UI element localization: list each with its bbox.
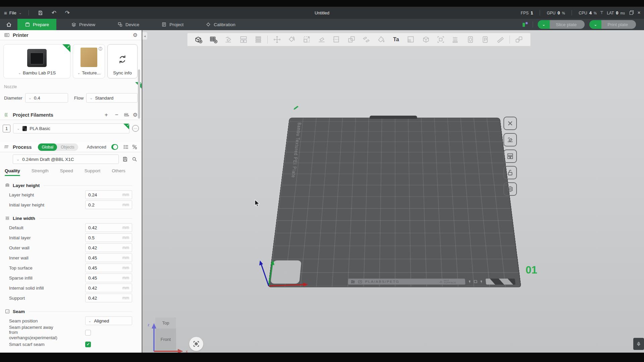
- initial-layer-line-width-input[interactable]: 0.5mm: [85, 233, 132, 242]
- build-plate-card[interactable]: ⌄Texture...: [73, 44, 105, 78]
- viewport-3d[interactable]: ◂ Ta: [142, 30, 644, 353]
- tab-prepare[interactable]: Prepare: [17, 19, 56, 30]
- tab-speed[interactable]: Speed: [60, 168, 73, 175]
- rotate-icon[interactable]: [286, 35, 298, 45]
- filament-more-button[interactable]: ⋯: [132, 125, 139, 132]
- slice-dropdown[interactable]: ⌄: [538, 20, 550, 29]
- lay-on-face-icon[interactable]: [316, 35, 327, 45]
- top-surface-line-width-input[interactable]: 0.45mm: [85, 263, 132, 272]
- redo-button[interactable]: ↷: [62, 8, 72, 17]
- arrange-plate-icon[interactable]: [503, 149, 517, 163]
- tab-project[interactable]: Project: [154, 19, 191, 30]
- tab-quality[interactable]: Quality: [5, 168, 20, 175]
- save-preset-button[interactable]: [122, 156, 128, 162]
- ams-icon[interactable]: [123, 112, 130, 118]
- chevron-down-icon: ⌄: [29, 96, 32, 100]
- sidebar-collapse-handle[interactable]: ◂: [142, 32, 147, 40]
- move-icon[interactable]: [271, 35, 283, 45]
- info-icon[interactable]: [98, 46, 103, 52]
- measure-icon[interactable]: [495, 35, 506, 45]
- merge-icon[interactable]: [346, 35, 357, 45]
- mesh-boolean-icon[interactable]: [420, 35, 432, 45]
- undo-button[interactable]: ↶: [49, 8, 59, 17]
- internal-solid-infill-line-width-input[interactable]: 0.42mm: [85, 284, 132, 292]
- support-line-width-input[interactable]: 0.42mm: [85, 294, 132, 302]
- layer-height-input[interactable]: 0.24mm: [85, 190, 132, 199]
- plate-edit-pencil-icon[interactable]: [293, 105, 300, 112]
- sparse-infill-line-width-input[interactable]: 0.45mm: [85, 274, 132, 282]
- nozzle-flow-select[interactable]: ⌄ Standard: [86, 93, 138, 103]
- color-paint-icon[interactable]: [375, 35, 387, 45]
- save-icon: [38, 10, 43, 16]
- plate-settings-icon[interactable]: [503, 182, 517, 196]
- compare-presets-icon[interactable]: [132, 144, 138, 150]
- reset-view-button[interactable]: [189, 337, 203, 351]
- add-plate-icon[interactable]: [208, 35, 219, 45]
- split-layers-icon[interactable]: [253, 35, 264, 45]
- cut-icon[interactable]: [331, 35, 342, 45]
- negative-part-icon[interactable]: [435, 35, 446, 45]
- param-list-icon[interactable]: [123, 144, 129, 150]
- plate-p-icon[interactable]: [480, 35, 491, 45]
- microphone-button[interactable]: [633, 338, 644, 350]
- lock-plate-icon[interactable]: [503, 166, 517, 179]
- initial-layer-height-input[interactable]: 0.2mm: [85, 200, 132, 209]
- printer-settings-gear-icon[interactable]: ⚙: [133, 33, 138, 38]
- tab-calibration[interactable]: Calibration: [198, 19, 243, 30]
- text-tool-icon[interactable]: Ta: [390, 35, 402, 45]
- process-preset-value: 0.24mm Draft @BBL X1C: [22, 157, 74, 162]
- delete-plate-icon[interactable]: [503, 117, 517, 130]
- tab-others[interactable]: Others: [112, 168, 125, 175]
- printer-card[interactable]: ⌄Bambu Lab P1S: [3, 44, 70, 78]
- setting-row: Smart scarf seam: [5, 339, 132, 349]
- scale-icon[interactable]: [301, 35, 313, 45]
- variable-layer-height-icon[interactable]: [405, 35, 417, 45]
- filament-settings-gear-icon[interactable]: ⚙: [133, 112, 138, 118]
- auto-orient-icon[interactable]: [223, 35, 234, 45]
- setting-row: Sparse infill 0.45mm: [5, 273, 132, 283]
- advanced-toggle[interactable]: [111, 144, 118, 150]
- main-tab-bar: Prepare Preview Device Project Calibrati…: [0, 19, 644, 30]
- filament-select[interactable]: ⌄ PLA Basic: [13, 123, 129, 133]
- arrange-icon[interactable]: [238, 35, 249, 45]
- tab-strength[interactable]: Strength: [32, 168, 49, 175]
- seam-position-select[interactable]: ⌄ Aligned: [85, 316, 132, 325]
- print-dropdown[interactable]: ⌄: [589, 20, 601, 29]
- slice-plate-button[interactable]: ⌄ Slice plate: [538, 20, 585, 29]
- process-preset-select[interactable]: ⌄ 0.24mm Draft @BBL X1C: [13, 155, 119, 164]
- assembly-view-icon[interactable]: [513, 35, 525, 45]
- save-button[interactable]: [36, 8, 46, 17]
- home-icon: [6, 21, 12, 28]
- split-objects-icon[interactable]: [361, 35, 372, 45]
- close-window-icon[interactable]: ✕: [637, 10, 641, 15]
- file-menu[interactable]: ≡ File ⌄: [4, 10, 22, 16]
- plate-0-icon[interactable]: [465, 35, 476, 45]
- axis-x-label: x: [186, 349, 188, 353]
- pin-icon[interactable]: ⊤: [600, 10, 603, 15]
- scope-global[interactable]: Global: [38, 143, 57, 151]
- plate-name-text: Bambu Textured PEI Plate: [285, 123, 302, 224]
- outer-wall-line-width-input[interactable]: 0.42mm: [85, 243, 132, 252]
- remove-filament-button[interactable]: −: [113, 112, 120, 118]
- tab-device[interactable]: Device: [110, 19, 147, 30]
- seam-placement-checkbox[interactable]: [85, 330, 91, 336]
- search-preset-button[interactable]: [131, 156, 138, 162]
- restore-window-icon[interactable]: [630, 10, 633, 14]
- add-object-icon[interactable]: [193, 35, 204, 45]
- inner-wall-line-width-input[interactable]: 0.45mm: [85, 253, 132, 262]
- add-filament-button[interactable]: +: [103, 112, 110, 118]
- print-plate-button[interactable]: ⌄ Print plate: [589, 20, 636, 29]
- sync-info-card[interactable]: Sync info: [107, 44, 138, 78]
- tab-support[interactable]: Support: [85, 168, 100, 175]
- support-paint-icon[interactable]: [450, 35, 461, 45]
- home-button[interactable]: [0, 19, 17, 30]
- auto-orient-plate-icon[interactable]: [503, 133, 517, 146]
- scope-objects[interactable]: Objects: [57, 143, 78, 151]
- settings-scrollbar[interactable]: [138, 69, 140, 119]
- multi-plate-icon[interactable]: [522, 21, 528, 27]
- smart-scarf-seam-checkbox[interactable]: [85, 342, 91, 347]
- tab-preview[interactable]: Preview: [64, 19, 103, 30]
- filament-slot-number[interactable]: 1: [3, 125, 10, 132]
- nozzle-diameter-select[interactable]: ⌄ 0.4: [25, 93, 68, 103]
- default-line-width-input[interactable]: 0.42mm: [85, 223, 132, 232]
